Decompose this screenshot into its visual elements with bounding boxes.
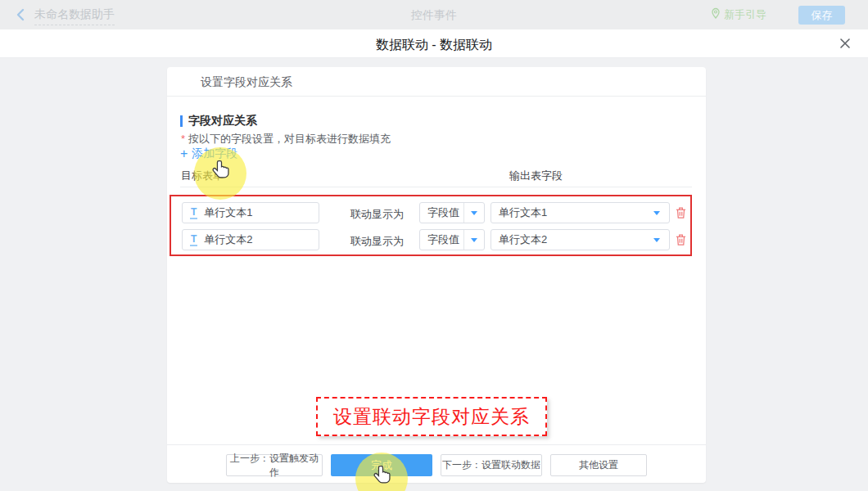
map-pin-icon xyxy=(711,7,721,22)
field-mapping-row: T 单行文本2 联动显示为 字段值 单行文本2 xyxy=(171,229,690,250)
done-button[interactable]: 完成 xyxy=(331,454,432,476)
column-header-output-field: 输出表字段 xyxy=(509,169,563,183)
rows-highlight-box: T 单行文本1 联动显示为 字段值 单行文本1 T xyxy=(170,195,692,256)
chevron-down-icon xyxy=(463,203,484,223)
other-settings-button[interactable]: 其他设置 xyxy=(550,454,647,476)
add-field-link[interactable]: + 添加字段 xyxy=(180,146,237,161)
chevron-down-icon xyxy=(463,230,484,250)
column-header-target-form: 目标表单 xyxy=(181,169,224,183)
prev-step-button[interactable]: 上一步：设置触发动作 xyxy=(226,454,323,476)
chevron-down-icon xyxy=(653,211,660,215)
columns-divider xyxy=(180,187,692,187)
guide-link[interactable]: 新手引导 xyxy=(711,7,766,22)
output-select-value: 单行文本1 xyxy=(499,205,547,220)
target-field-input[interactable]: T 单行文本2 xyxy=(182,229,319,250)
plus-icon: + xyxy=(180,148,188,160)
delete-row-trash-icon[interactable] xyxy=(674,233,687,247)
settings-panel: 设置字段对应关系 字段对应关系 *按以下的字段设置，对目标表进行数据填充 + 添… xyxy=(167,67,706,483)
next-step-button[interactable]: 下一步：设置联动数据 xyxy=(441,454,542,476)
modal-title: 数据联动 - 数据联动 xyxy=(0,37,868,54)
mode-select[interactable]: 字段值 xyxy=(419,229,485,250)
delete-row-trash-icon[interactable] xyxy=(674,206,687,220)
chevron-down-icon xyxy=(653,238,660,242)
annotation-callout: 设置联动字段对应关系 xyxy=(316,397,547,436)
relation-label: 联动显示为 xyxy=(350,207,404,222)
output-select-value: 单行文本2 xyxy=(499,232,547,247)
panel-header: 设置字段对应关系 xyxy=(167,67,706,97)
text-field-icon: T xyxy=(190,234,197,246)
mode-select-value: 字段值 xyxy=(420,232,463,247)
output-field-select[interactable]: 单行文本1 xyxy=(491,202,670,223)
mode-select[interactable]: 字段值 xyxy=(419,202,485,223)
add-field-label: 添加字段 xyxy=(192,146,237,161)
topbar: 未命名数据助手 控件事件 新手引导 保存 xyxy=(0,0,868,29)
required-note: *按以下的字段设置，对目标表进行数据填充 xyxy=(181,132,391,146)
section-title-row: 字段对应关系 xyxy=(180,114,257,128)
modal-body: 设置字段对应关系 字段对应关系 *按以下的字段设置，对目标表进行数据填充 + 添… xyxy=(0,58,868,491)
output-field-select[interactable]: 单行文本2 xyxy=(491,229,670,250)
section-accent-bar xyxy=(180,115,183,127)
guide-label: 新手引导 xyxy=(724,7,766,22)
required-asterisk: * xyxy=(181,133,185,145)
save-button[interactable]: 保存 xyxy=(798,6,845,25)
text-field-icon: T xyxy=(190,207,197,219)
footer-divider xyxy=(167,444,706,445)
target-field-input[interactable]: T 单行文本1 xyxy=(182,202,319,223)
field-mapping-row: T 单行文本1 联动显示为 字段值 单行文本1 xyxy=(171,202,690,223)
target-field-value: 单行文本2 xyxy=(204,232,252,247)
modal-titlebar: 数据联动 - 数据联动 xyxy=(0,29,868,58)
section-title: 字段对应关系 xyxy=(188,114,257,128)
relation-label: 联动显示为 xyxy=(350,234,404,249)
close-icon[interactable] xyxy=(839,37,853,52)
target-field-value: 单行文本1 xyxy=(204,205,252,220)
note-text: 按以下的字段设置，对目标表进行数据填充 xyxy=(188,133,391,145)
mode-select-value: 字段值 xyxy=(420,205,463,220)
footer-buttons: 上一步：设置触发动作 完成 下一步：设置联动数据 其他设置 xyxy=(167,454,706,476)
